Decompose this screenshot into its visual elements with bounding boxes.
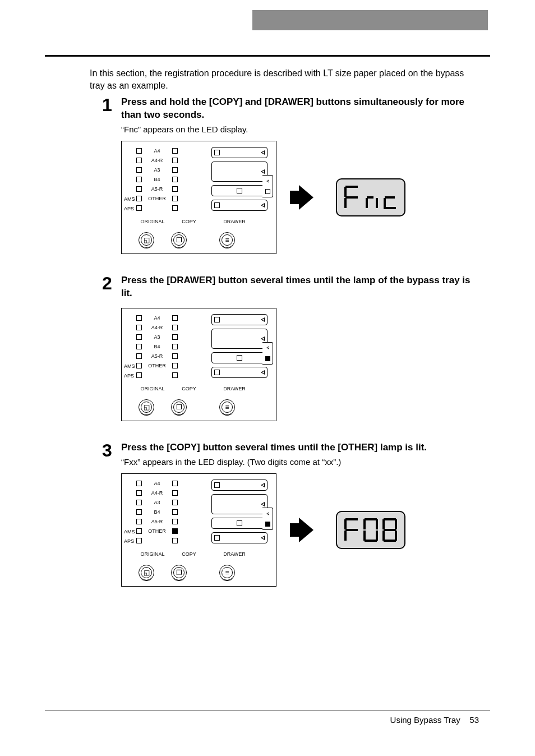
- bypass-tray-icon: [262, 342, 273, 365]
- step-text: Press and hold the [COPY] and [DRAWER] b…: [121, 96, 479, 141]
- control-panel-diagram: A4 A4-R A3 B4 A5-R OTHER AMSAPS: [121, 308, 276, 421]
- size-b4: B4: [145, 177, 169, 182]
- size-a4: A4: [145, 148, 169, 154]
- tray-3: [211, 185, 268, 196]
- page: In this section, the registration proced…: [0, 0, 535, 756]
- header-band: [252, 10, 488, 30]
- control-panel-diagram: A4 A4-R A3 B4 A5-R OTHER AMS APS: [121, 141, 276, 254]
- column-labels: ORIGINAL COPY DRAWER: [133, 219, 268, 224]
- step-title: Press and hold the [COPY] and [DRAWER] b…: [121, 96, 479, 122]
- step-2: 2 Press the [DRAWER] button several time…: [90, 274, 479, 302]
- panel-buttons: ◱ ❐ ≡: [139, 232, 235, 248]
- original-button-icon: ◱: [139, 399, 154, 415]
- size-a4r: A4-R: [145, 158, 169, 163]
- col-original: ORIGINAL: [133, 219, 172, 224]
- figure-row-1: A4 A4-R A3 B4 A5-R OTHER AMS APS: [121, 141, 479, 254]
- footer-page: 53: [469, 715, 479, 725]
- step-number: 3: [90, 441, 121, 459]
- footer: Using Bypass Tray 53: [390, 715, 479, 725]
- bypass-tray-icon: [262, 508, 273, 530]
- tray-4: [211, 200, 268, 211]
- size-a3: A3: [145, 167, 169, 173]
- control-panel-diagram: A4 A4-R A3 B4 A5-R OTHER AMSAPS: [121, 473, 276, 587]
- original-button-icon: ◱: [139, 232, 154, 248]
- led-display-fnc: [336, 178, 405, 216]
- ams-label: AMS: [124, 195, 135, 204]
- step-3: 3 Press the [COPY] button several times …: [90, 441, 479, 473]
- size-a5r: A5-R: [145, 186, 169, 192]
- footer-section: Using Bypass Tray: [390, 715, 460, 725]
- step-1: 1 Press and hold the [COPY] and [DRAWER]…: [90, 96, 479, 141]
- header-rule: [45, 55, 490, 57]
- drawer-stack: [211, 147, 268, 214]
- body: In this section, the registration proced…: [90, 67, 479, 587]
- tray-2: [211, 162, 268, 182]
- copy-button-icon: ❐: [171, 565, 187, 580]
- copy-button-icon: ❐: [171, 232, 187, 248]
- led-display-f08: [336, 511, 405, 549]
- drawer-button-icon: ≡: [219, 232, 235, 248]
- col-drawer: DRAWER: [209, 219, 260, 224]
- col-copy: COPY: [172, 219, 206, 224]
- figure-row-3: A4 A4-R A3 B4 A5-R OTHER AMSAPS: [121, 473, 479, 587]
- step-title: Press the [DRAWER] button several times …: [121, 274, 479, 300]
- size-grid: A4 A4-R A3 B4 A5-R OTHER: [133, 146, 181, 213]
- bypass-tray-icon: [262, 175, 273, 197]
- size-other: OTHER: [145, 196, 169, 201]
- step-number: 1: [90, 96, 121, 114]
- step-subtext: “Fxx” appears in the LED display. (Two d…: [121, 457, 479, 468]
- step-number: 2: [90, 274, 121, 292]
- footer-rule: [45, 711, 490, 711]
- copy-button-icon: ❐: [171, 399, 187, 415]
- drawer-button-icon: ≡: [219, 565, 235, 580]
- arrow-icon: [299, 518, 313, 542]
- step-subtext: “Fnc” appears on the LED display.: [121, 124, 479, 135]
- figure-row-2: A4 A4-R A3 B4 A5-R OTHER AMSAPS: [121, 308, 479, 421]
- step-title: Press the [COPY] button several times un…: [121, 441, 479, 454]
- ams-aps: AMS APS: [124, 195, 135, 214]
- drawer-button-icon: ≡: [219, 399, 235, 415]
- tray-1: [211, 147, 268, 158]
- lead-paragraph: In this section, the registration proced…: [90, 67, 479, 91]
- aps-label: APS: [124, 204, 135, 214]
- step-text: Press the [DRAWER] button several times …: [121, 274, 479, 302]
- arrow-icon: [299, 185, 313, 210]
- original-button-icon: ◱: [139, 565, 154, 580]
- step-text: Press the [COPY] button several times un…: [121, 441, 479, 473]
